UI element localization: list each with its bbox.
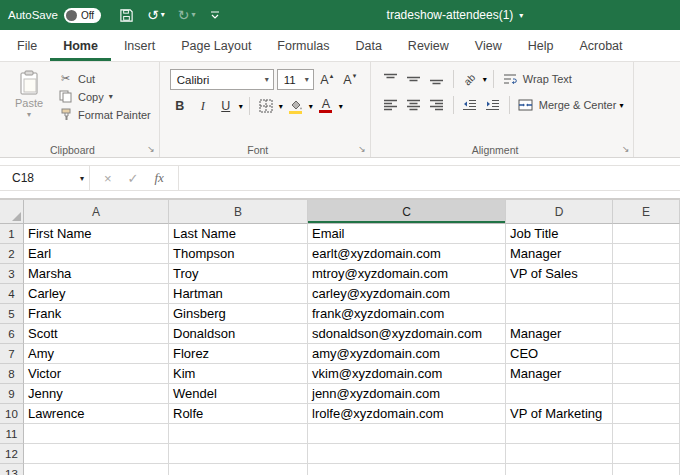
cell-D9[interactable] (506, 384, 613, 404)
tab-formulas[interactable]: Formulas (264, 30, 342, 61)
cell-D1[interactable]: Job Title (506, 224, 613, 244)
name-box[interactable]: C18 ▾ (0, 165, 90, 191)
insert-function-button[interactable]: fx (155, 170, 164, 186)
cell-E4[interactable] (613, 284, 680, 304)
cell-A3[interactable]: Marsha (24, 264, 169, 284)
font-dialog-launcher[interactable]: ↘ (358, 144, 366, 154)
cell-A10[interactable]: Lawrence (24, 404, 169, 424)
cell-B3[interactable]: Troy (169, 264, 308, 284)
save-button[interactable] (119, 8, 134, 23)
cell-A8[interactable]: Victor (24, 364, 169, 384)
cell-C13[interactable] (308, 464, 506, 475)
cell-B13[interactable] (169, 464, 308, 475)
cell-A7[interactable]: Amy (24, 344, 169, 364)
wrap-text-label[interactable]: Wrap Text (523, 73, 572, 85)
row-header-10[interactable]: 10 (0, 404, 24, 424)
formula-input[interactable] (178, 165, 680, 191)
column-header-B[interactable]: B (169, 200, 308, 224)
copy-button[interactable]: Copy ▾ (58, 90, 151, 103)
tab-view[interactable]: View (462, 30, 515, 61)
cell-A13[interactable] (24, 464, 169, 475)
cell-B4[interactable]: Hartman (169, 284, 308, 304)
autosave-toggle[interactable]: AutoSave Off (8, 8, 101, 23)
cell-A2[interactable]: Earl (24, 244, 169, 264)
tab-page-layout[interactable]: Page Layout (168, 30, 264, 61)
cell-E13[interactable] (613, 464, 680, 475)
cell-C1[interactable]: Email (308, 224, 506, 244)
align-right-button[interactable] (427, 95, 447, 115)
row-header-3[interactable]: 3 (0, 264, 24, 284)
cell-D10[interactable]: VP of Marketing (506, 404, 613, 424)
cell-E1[interactable] (613, 224, 680, 244)
font-color-button[interactable]: A (316, 96, 336, 116)
undo-button[interactable]: ↺ ▾ (147, 8, 165, 22)
row-header-4[interactable]: 4 (0, 284, 24, 304)
cell-C4[interactable]: carley@xyzdomain.com (308, 284, 506, 304)
increase-indent-button[interactable] (483, 95, 503, 115)
tab-review[interactable]: Review (395, 30, 462, 61)
document-title[interactable]: tradeshow-attendees(1) ▾ (387, 8, 524, 22)
cell-B9[interactable]: Wendel (169, 384, 308, 404)
cell-C12[interactable] (308, 444, 506, 464)
cell-A1[interactable]: First Name (24, 224, 169, 244)
alignment-dialog-launcher[interactable]: ↘ (622, 144, 630, 154)
cell-E2[interactable] (613, 244, 680, 264)
fill-color-dropdown-icon[interactable]: ▾ (309, 102, 313, 111)
cell-D11[interactable] (506, 424, 613, 444)
row-header-6[interactable]: 6 (0, 324, 24, 344)
cell-C2[interactable]: earlt@xyzdomain.com (308, 244, 506, 264)
column-header-A[interactable]: A (24, 200, 169, 224)
row-header-5[interactable]: 5 (0, 304, 24, 324)
cell-E5[interactable] (613, 304, 680, 324)
row-header-1[interactable]: 1 (0, 224, 24, 244)
borders-dropdown-icon[interactable]: ▾ (279, 102, 283, 111)
autosave-switch[interactable]: Off (64, 8, 101, 23)
top-align-button[interactable] (381, 69, 401, 89)
column-header-C[interactable]: C (308, 200, 506, 224)
cell-B6[interactable]: Donaldson (169, 324, 308, 344)
row-header-8[interactable]: 8 (0, 364, 24, 384)
cell-B10[interactable]: Rolfe (169, 404, 308, 424)
orientation-dropdown-icon[interactable]: ▾ (483, 75, 487, 84)
enter-button[interactable]: ✓ (128, 171, 139, 186)
fill-color-button[interactable] (286, 96, 306, 116)
cell-D2[interactable]: Manager (506, 244, 613, 264)
cell-D12[interactable] (506, 444, 613, 464)
italic-button[interactable]: I (193, 96, 213, 116)
cell-D5[interactable] (506, 304, 613, 324)
cancel-button[interactable]: × (104, 171, 112, 186)
customize-qat-button[interactable] (209, 9, 221, 21)
redo-button[interactable]: ↻ ▾ (178, 8, 196, 22)
cell-A12[interactable] (24, 444, 169, 464)
cell-E3[interactable] (613, 264, 680, 284)
cell-B2[interactable]: Thompson (169, 244, 308, 264)
cell-B7[interactable]: Florez (169, 344, 308, 364)
cell-B5[interactable]: Ginsberg (169, 304, 308, 324)
cell-D8[interactable]: Manager (506, 364, 613, 384)
font-color-dropdown-icon[interactable]: ▾ (339, 102, 343, 111)
cut-button[interactable]: ✂ Cut (58, 72, 151, 85)
cell-E12[interactable] (613, 444, 680, 464)
cell-D6[interactable]: Manager (506, 324, 613, 344)
merge-center-button[interactable] (516, 95, 536, 115)
wrap-text-button[interactable] (500, 69, 520, 89)
merge-center-dropdown-icon[interactable]: ▾ (619, 101, 623, 110)
cell-A9[interactable]: Jenny (24, 384, 169, 404)
tab-insert[interactable]: Insert (111, 30, 168, 61)
cell-D7[interactable]: CEO (506, 344, 613, 364)
align-center-button[interactable] (404, 95, 424, 115)
cell-B12[interactable] (169, 444, 308, 464)
row-header-13[interactable]: 13 (0, 464, 24, 475)
cell-B11[interactable] (169, 424, 308, 444)
underline-dropdown-icon[interactable]: ▾ (239, 102, 243, 111)
cell-C9[interactable]: jenn@xyzdomain.com (308, 384, 506, 404)
middle-align-button[interactable] (404, 69, 424, 89)
tab-file[interactable]: File (4, 30, 50, 61)
tab-home[interactable]: Home (50, 30, 111, 61)
cell-E10[interactable] (613, 404, 680, 424)
underline-button[interactable]: U (216, 96, 236, 116)
column-header-D[interactable]: D (506, 200, 613, 224)
decrease-indent-button[interactable] (460, 95, 480, 115)
cell-B8[interactable]: Kim (169, 364, 308, 384)
cell-E7[interactable] (613, 344, 680, 364)
